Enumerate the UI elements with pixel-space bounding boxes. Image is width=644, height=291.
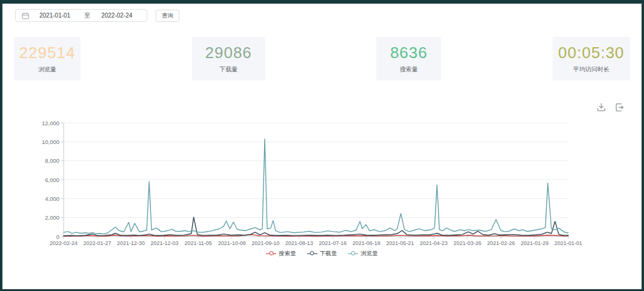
- x-tick-label: 2021-09-10: [251, 240, 279, 246]
- stat-card-avg-duration: 00:05:30 平均访问时长: [553, 37, 630, 80]
- x-tick-label: 2022-02-24: [50, 240, 78, 246]
- y-tick-label: 0: [56, 234, 59, 240]
- chart-canvas[interactable]: 02,0004,0006,0008,00010,00012,0002022-02…: [2, 108, 642, 247]
- topbar: 2021-01-01 至 2022-02-24 查询: [15, 9, 642, 22]
- y-tick-label: 10,000: [42, 139, 59, 145]
- legend-item[interactable]: 浏览量: [348, 250, 378, 258]
- stat-label: 浏览量: [38, 65, 56, 74]
- x-tick-label: 2021-08-13: [285, 240, 313, 246]
- stat-value: 29086: [205, 44, 252, 62]
- stat-label: 平均访问时长: [573, 65, 609, 74]
- x-tick-label: 2021-07-16: [319, 240, 347, 246]
- x-tick-label: 2021-10-08: [218, 240, 246, 246]
- legend-label: 浏览量: [360, 250, 378, 258]
- legend-label: 下载量: [320, 250, 337, 258]
- x-tick-label: 2021-11-05: [184, 240, 211, 246]
- legend-label: 搜索量: [279, 250, 296, 258]
- end-date-value[interactable]: 2022-02-24: [101, 12, 132, 19]
- y-tick-label: 4,000: [45, 195, 59, 202]
- legend-marker: [266, 253, 276, 254]
- x-tick-label: 2021-12-30: [117, 240, 145, 246]
- legend-marker: [307, 253, 317, 254]
- x-tick-label: 2021-04-23: [420, 240, 448, 246]
- x-tick-label: 2021-01-01: [554, 240, 582, 246]
- x-tick-label: 2021-03-26: [453, 240, 481, 246]
- start-date-value[interactable]: 2021-01-01: [39, 12, 70, 19]
- x-tick-label: 2022-01-27: [84, 240, 111, 246]
- series-line-浏览量: [64, 139, 568, 234]
- stat-card-pageviews: 229514 浏览量: [14, 37, 81, 80]
- stat-card-searches: 8636 搜索量: [376, 37, 441, 80]
- chart-legend: 搜索量下载量浏览量: [2, 249, 642, 258]
- stat-label: 下载量: [219, 65, 237, 74]
- stat-label: 搜索量: [400, 65, 418, 74]
- x-tick-label: 2021-02-26: [487, 240, 515, 246]
- app-window: 2021-01-01 至 2022-02-24 查询 229514 浏览量 29…: [0, 0, 644, 291]
- legend-item[interactable]: 搜索量: [266, 250, 296, 258]
- x-tick-label: 2021-06-18: [353, 240, 380, 246]
- y-tick-label: 2,000: [45, 214, 59, 221]
- stat-value: 229514: [19, 44, 76, 62]
- calendar-icon: [22, 12, 29, 19]
- date-range-separator: 至: [84, 11, 90, 20]
- stat-card-downloads: 29086 下载量: [192, 37, 265, 80]
- stat-value: 8636: [390, 44, 428, 62]
- date-range-picker[interactable]: 2021-01-01 至 2022-02-24: [15, 9, 147, 22]
- y-tick-label: 6,000: [45, 177, 59, 183]
- y-tick-label: 8,000: [45, 157, 59, 164]
- stats-row: 229514 浏览量 29086 下载量 8636 搜索量 00:05:30 平…: [2, 37, 642, 80]
- x-tick-label: 2021-12-03: [151, 240, 179, 246]
- stat-value: 00:05:30: [558, 44, 624, 62]
- legend-marker: [348, 253, 358, 254]
- x-tick-label: 2021-01-29: [520, 240, 548, 246]
- query-button[interactable]: 查询: [156, 10, 179, 22]
- legend-item[interactable]: 下载量: [307, 250, 337, 258]
- traffic-trend-chart: 02,0004,0006,0008,00010,00012,0002022-02…: [2, 108, 642, 258]
- y-tick-label: 12,000: [42, 120, 59, 126]
- page-content: 2021-01-01 至 2022-02-24 查询 229514 浏览量 29…: [2, 9, 642, 291]
- x-tick-label: 2021-05-21: [386, 240, 414, 246]
